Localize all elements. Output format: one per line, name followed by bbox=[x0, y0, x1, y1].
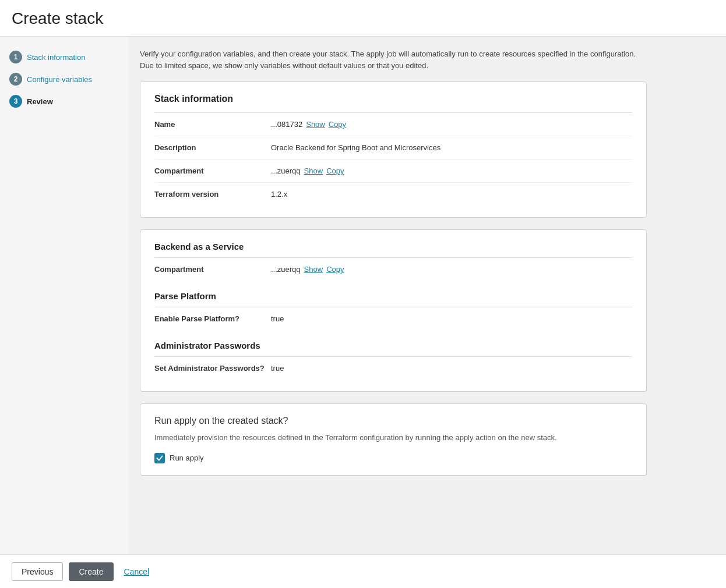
sidebar-item-stack-information[interactable]: 1 Stack information bbox=[9, 51, 119, 63]
info-value-baas-compartment: ...zuerqq Show Copy bbox=[271, 265, 632, 274]
page-title: Create stack bbox=[12, 9, 714, 28]
sidebar-item-label-1[interactable]: Stack information bbox=[27, 53, 85, 62]
compartment-show-btn[interactable]: Show bbox=[304, 167, 323, 175]
checkmark-icon bbox=[156, 455, 163, 462]
section-backend-title: Backend as a Service bbox=[154, 242, 632, 252]
info-row-description: Description Oracle Backend for Spring Bo… bbox=[154, 136, 632, 160]
baas-compartment-value: ...zuerqq bbox=[271, 265, 301, 274]
baas-compartment-copy-btn[interactable]: Copy bbox=[326, 265, 344, 274]
name-copy-btn[interactable]: Copy bbox=[329, 120, 346, 129]
info-label-description: Description bbox=[154, 143, 271, 152]
info-label-name: Name bbox=[154, 120, 271, 129]
info-value-set-admin-passwords: true bbox=[271, 364, 632, 373]
step-badge-1: 1 bbox=[9, 51, 22, 63]
set-admin-passwords-value: true bbox=[271, 364, 284, 373]
info-label-terraform: Terraform version bbox=[154, 190, 271, 199]
section-admin-title: Administrator Passwords bbox=[154, 341, 632, 350]
info-value-enable-parse: true bbox=[271, 314, 632, 323]
info-value-description: Oracle Backend for Spring Boot and Micro… bbox=[271, 143, 632, 152]
name-value: ...081732 bbox=[271, 120, 302, 129]
enable-parse-value: true bbox=[271, 314, 284, 323]
info-row-enable-parse: Enable Parse Platform? true bbox=[154, 307, 632, 330]
info-row-compartment: Compartment ...zuerqq Show Copy bbox=[154, 160, 632, 183]
info-label-baas-compartment: Compartment bbox=[154, 265, 271, 274]
compartment-value: ...zuerqq bbox=[271, 167, 301, 175]
sidebar-item-configure-variables[interactable]: 2 Configure variables bbox=[9, 73, 119, 86]
page-header: Create stack bbox=[0, 0, 726, 37]
run-apply-checkbox[interactable] bbox=[154, 453, 165, 463]
stack-information-card: Stack information Name ...081732 Show Co… bbox=[140, 82, 647, 218]
bottom-bar: Previous Create Cancel bbox=[0, 554, 726, 588]
description-value: Oracle Backend for Spring Boot and Micro… bbox=[271, 143, 440, 152]
sidebar-item-label-3: Review bbox=[27, 97, 53, 106]
compartment-copy-btn[interactable]: Copy bbox=[326, 167, 344, 175]
baas-compartment-show-btn[interactable]: Show bbox=[304, 265, 323, 274]
intro-text: Verify your configuration variables, and… bbox=[140, 48, 647, 71]
info-value-compartment: ...zuerqq Show Copy bbox=[271, 167, 632, 175]
section-backend: Backend as a Service Compartment ...zuer… bbox=[154, 242, 632, 281]
terraform-value: 1.2.x bbox=[271, 190, 287, 199]
sidebar-item-label-2[interactable]: Configure variables bbox=[27, 75, 92, 84]
stack-info-title: Stack information bbox=[154, 94, 632, 104]
info-label-set-admin-passwords: Set Administrator Passwords? bbox=[154, 364, 271, 373]
info-row-set-admin-passwords: Set Administrator Passwords? true bbox=[154, 357, 632, 380]
create-button[interactable]: Create bbox=[69, 562, 113, 581]
section-admin-passwords: Administrator Passwords Set Administrato… bbox=[154, 341, 632, 380]
previous-button[interactable]: Previous bbox=[12, 562, 63, 581]
sidebar-item-review: 3 Review bbox=[9, 95, 119, 108]
run-apply-checkbox-row[interactable]: Run apply bbox=[154, 453, 632, 463]
step-badge-3: 3 bbox=[9, 95, 22, 108]
info-row-baas-compartment: Compartment ...zuerqq Show Copy bbox=[154, 258, 632, 281]
section-parse: Parse Platform Enable Parse Platform? tr… bbox=[154, 291, 632, 330]
cancel-button[interactable]: Cancel bbox=[119, 563, 154, 580]
info-value-name: ...081732 Show Copy bbox=[271, 120, 632, 129]
page-body: 1 Stack information 2 Configure variable… bbox=[0, 37, 726, 555]
run-apply-title: Run apply on the created stack? bbox=[154, 416, 632, 426]
sidebar: 1 Stack information 2 Configure variable… bbox=[0, 37, 128, 555]
info-label-enable-parse: Enable Parse Platform? bbox=[154, 314, 271, 323]
run-apply-desc: Immediately provision the resources defi… bbox=[154, 432, 632, 444]
name-show-btn[interactable]: Show bbox=[306, 120, 325, 129]
variables-card: Backend as a Service Compartment ...zuer… bbox=[140, 229, 647, 392]
info-row-name: Name ...081732 Show Copy bbox=[154, 113, 632, 136]
main-content: Verify your configuration variables, and… bbox=[128, 37, 726, 555]
section-parse-title: Parse Platform bbox=[154, 291, 632, 301]
info-row-terraform: Terraform version 1.2.x bbox=[154, 183, 632, 206]
info-value-terraform: 1.2.x bbox=[271, 190, 632, 199]
step-badge-2: 2 bbox=[9, 73, 22, 86]
run-apply-card: Run apply on the created stack? Immediat… bbox=[140, 403, 647, 476]
info-label-compartment: Compartment bbox=[154, 167, 271, 175]
run-apply-label: Run apply bbox=[170, 454, 204, 462]
